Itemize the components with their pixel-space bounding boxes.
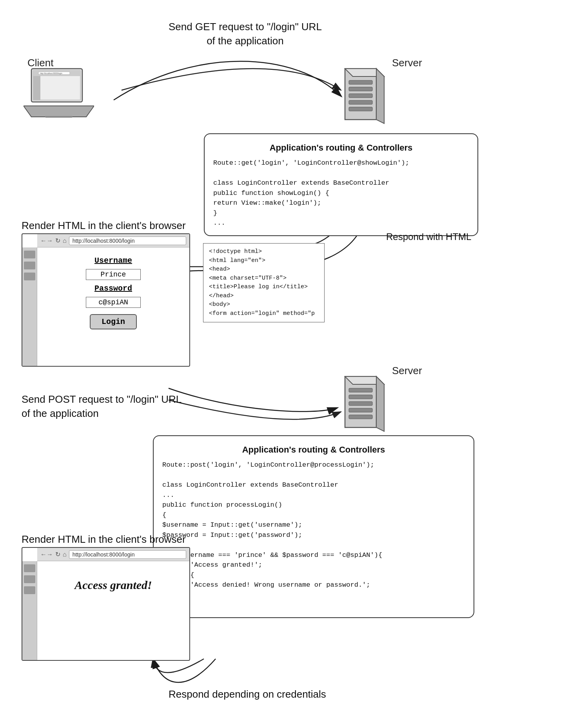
svg-rect-16 bbox=[349, 94, 372, 98]
server1-label: Server bbox=[392, 57, 422, 69]
browser-1: ←→ ↻ ⌂ http://localhost:8000/login Usern… bbox=[22, 233, 190, 367]
get-request-label: Send GET request to "/login" URL of the … bbox=[169, 20, 322, 48]
svg-marker-21 bbox=[376, 376, 384, 431]
username-label: Username bbox=[94, 256, 132, 265]
svg-rect-18 bbox=[349, 107, 372, 111]
access-granted-text: Access granted! bbox=[45, 578, 181, 592]
code-box-1: Application's routing & Controllers Rout… bbox=[204, 133, 478, 236]
code-box-1-title: Application's routing & Controllers bbox=[213, 141, 469, 154]
svg-marker-9 bbox=[24, 106, 94, 117]
diagram-container: Client http://localhost:8000/login Serve… bbox=[0, 0, 588, 711]
browser-1-body: Username Prince Password c@spiAN Login bbox=[37, 247, 189, 335]
svg-rect-23 bbox=[349, 395, 372, 399]
svg-rect-17 bbox=[349, 100, 372, 104]
svg-rect-22 bbox=[349, 388, 372, 392]
svg-marker-13 bbox=[376, 69, 384, 124]
server2-label: Server bbox=[392, 365, 422, 377]
browser-2-url: http://localhost:8000/login bbox=[69, 550, 186, 559]
svg-rect-26 bbox=[349, 415, 372, 419]
svg-rect-24 bbox=[349, 402, 372, 406]
server1-icon bbox=[341, 65, 388, 124]
browser-2-toolbar: ←→ ↻ ⌂ http://localhost:8000/login bbox=[37, 548, 189, 561]
svg-rect-8 bbox=[33, 76, 40, 100]
laptop-icon: http://localhost:8000/login bbox=[24, 67, 94, 118]
browser-2: ←→ ↻ ⌂ http://localhost:8000/login Acces… bbox=[22, 547, 190, 661]
code-box-1-content: Route::get('login', 'LoginController@sho… bbox=[213, 158, 469, 228]
browser-2-body: Access granted! bbox=[37, 561, 189, 647]
render-html-1-label: Render HTML in the client's browser bbox=[22, 220, 186, 232]
svg-rect-15 bbox=[349, 87, 372, 91]
svg-rect-14 bbox=[349, 80, 372, 84]
code-box-2-content: Route::post('login', 'LoginController@pr… bbox=[162, 460, 465, 610]
respond-html-label: Respond with HTML bbox=[386, 231, 471, 242]
username-input[interactable]: Prince bbox=[86, 269, 141, 280]
password-input[interactable]: c@spiAN bbox=[86, 297, 141, 308]
password-label: Password bbox=[94, 284, 132, 293]
html-snippet-box: <!doctype html> <html lang="en"> <head> … bbox=[203, 243, 325, 322]
render-html-2-label: Render HTML in the client's browser bbox=[22, 533, 186, 546]
code-box-2: Application's routing & Controllers Rout… bbox=[153, 435, 474, 618]
server2-icon bbox=[341, 373, 388, 431]
browser-2-sidebar bbox=[22, 561, 37, 660]
svg-rect-10 bbox=[45, 116, 73, 118]
browser-1-toolbar: ←→ ↻ ⌂ http://localhost:8000/login bbox=[37, 234, 189, 247]
login-button[interactable]: Login bbox=[90, 314, 137, 329]
login-form: Username Prince Password c@spiAN Login bbox=[45, 256, 181, 329]
respond-credentials-label: Respond depending on credentials bbox=[169, 688, 326, 700]
code-box-2-title: Application's routing & Controllers bbox=[162, 443, 465, 456]
browser-1-url: http://localhost:8000/login bbox=[69, 236, 186, 245]
svg-text:http://localhost:8000/login: http://localhost:8000/login bbox=[40, 72, 62, 75]
svg-rect-25 bbox=[349, 408, 372, 412]
post-request-label: Send POST request to "/login" URL of the… bbox=[22, 392, 181, 421]
browser-1-sidebar bbox=[22, 247, 37, 366]
